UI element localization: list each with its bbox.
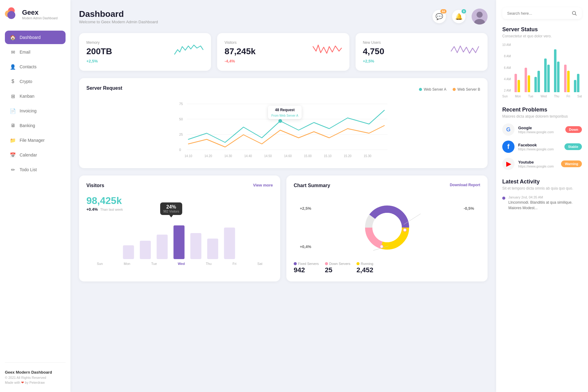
time-8am: 8 AM [502, 55, 511, 58]
footer-made: Made with ❤ by Peterdraw [5, 381, 66, 385]
facebook-info: Facebook https://www.google.com [518, 143, 561, 151]
search-box[interactable] [502, 7, 582, 19]
donut-svg [363, 203, 412, 252]
svg-text:14.40: 14.40 [244, 154, 252, 158]
server-bar-tue [534, 71, 542, 92]
server-request-chart: 75 50 25 0 14.10 14.20 14.30 14.40 [86, 100, 480, 161]
problem-item-youtube: ▶ Youtube https://www.google.com Warning [502, 158, 582, 170]
bottom-row: Visitors View more 98,425k +0.4% Than la… [79, 175, 488, 281]
svg-point-37 [380, 245, 383, 248]
visitors-change-sub: Than last week [100, 208, 123, 211]
server-bars-container [514, 43, 582, 92]
visitors-title: Visitors [86, 183, 104, 188]
email-icon: ✉ [10, 49, 16, 55]
google-name: Google [518, 126, 562, 130]
chat-icon: 💬 [435, 13, 443, 20]
svg-text:14.30: 14.30 [224, 154, 232, 158]
sidebar-item-invoicing[interactable]: 📄 Invoicing [5, 104, 66, 118]
page-title: Dashboard [79, 9, 158, 19]
svg-text:14.60: 14.60 [284, 154, 292, 158]
sidebar-item-banking[interactable]: 🖥 Banking [5, 119, 66, 132]
svg-text:15.00: 15.00 [304, 154, 311, 158]
sidebar-item-email[interactable]: ✉ Email [5, 45, 66, 59]
svg-text:0: 0 [179, 148, 181, 152]
stat-card-visitors: Visitors 87,245k -4,4% [217, 33, 349, 71]
sidebar-item-crypto[interactable]: $ Crypto [5, 75, 66, 88]
slabel-sun: Sun [502, 95, 508, 98]
stat-change-new-users: +2,5% [363, 59, 384, 63]
search-input[interactable] [507, 11, 568, 16]
stat-value-visitors: 87,245k [224, 47, 255, 56]
bar-mon-1 [525, 68, 527, 92]
view-more-link[interactable]: View more [253, 183, 273, 187]
summary-stat-running: Running 2,452 [356, 262, 373, 274]
stat-value-new-users: 4,750 [363, 47, 384, 56]
google-info: Google https://www.google.com [518, 126, 562, 134]
server-bar-mon [525, 68, 533, 92]
sidebar-item-dashboard[interactable]: 🏠 Dashboard [5, 31, 66, 44]
bell-icon: 🔔 [455, 13, 463, 20]
svg-text:14.20: 14.20 [204, 154, 212, 158]
search-area [502, 7, 582, 19]
calendar-icon: 📅 [10, 152, 16, 158]
chart-summary-header: Chart Summary Download Report [294, 183, 480, 193]
slabel-sat: Sat [577, 95, 582, 98]
bar-sat-2 [577, 74, 579, 92]
sidebar-item-file-manager[interactable]: 📁 File Manager [5, 134, 66, 147]
sidebar-footer: Geex Modern Dashboard © 2021 All Rights … [5, 362, 66, 385]
stat-card-memory: Memory 200TB +2,5% [79, 33, 211, 71]
bell-notification-button[interactable]: 🔔 9 [452, 10, 466, 23]
sidebar-item-kanban[interactable]: ⊞ Kanban [5, 89, 66, 103]
svg-rect-30 [224, 228, 235, 259]
search-icon[interactable] [571, 10, 577, 16]
legend-server-a: Web Server A [419, 87, 447, 92]
svg-text:14.50: 14.50 [264, 154, 272, 158]
legend-label-b: Web Server B [458, 87, 480, 92]
stat-change-memory: +2,5% [86, 59, 112, 63]
day-fri: Fri [232, 262, 236, 266]
server-request-title: Server Request [86, 85, 122, 91]
bar-wed-1 [544, 58, 547, 92]
sidebar: Geex Modern Admin Dashboard 🏠 Dashboard … [0, 0, 70, 392]
recent-problems-section: Recent Problems Maiores dicta atque dolo… [502, 107, 582, 170]
right-panel: Server Status Consectetur et quo dolor v… [496, 0, 588, 392]
chat-notification-button[interactable]: 💬 84 [432, 10, 446, 23]
recent-problems-sub: Maiores dicta atque dolorem temporibus [502, 114, 582, 119]
problem-item-google: G Google https://www.google.com Down [502, 123, 582, 136]
svg-text:From Web Server A: From Web Server A [271, 114, 298, 117]
google-url: https://www.google.com [518, 130, 562, 134]
slabel-mon: Mon [515, 95, 521, 98]
banking-icon: 🖥 [10, 123, 16, 129]
latest-activity-sub: Sit et temporo dicta omnis ab quia quo q… [502, 186, 582, 190]
youtube-logo: ▶ [502, 158, 514, 170]
youtube-url: https://www.google.com [518, 164, 557, 168]
download-report-link[interactable]: Download Report [450, 183, 480, 187]
user-avatar[interactable] [472, 9, 488, 24]
donut-label-top-left: +2,5% [300, 206, 311, 211]
val-running: 2,452 [356, 266, 373, 274]
svg-text:15.30: 15.30 [364, 154, 371, 158]
chart-legend: Web Server A Web Server B [419, 87, 480, 92]
sidebar-item-contacts[interactable]: 👤 Contacts [5, 60, 66, 74]
server-bar-sun [514, 74, 522, 92]
label-running: Running [361, 262, 373, 266]
chart-summary-card: Chart Summary Download Report +2,5% -0,5… [286, 175, 488, 281]
tooltip-point [278, 119, 282, 123]
time-4am: 4 AM [502, 77, 511, 81]
sidebar-item-todo[interactable]: ✏ Todo List [5, 163, 66, 176]
donut-chart-area: +2,5% -0,5% +0,4% [294, 197, 480, 258]
page-subtitle: Welcome to Geex Modern Admin Dashboard [79, 20, 158, 24]
server-bar-thu [554, 49, 562, 92]
file-manager-icon: 📁 [10, 137, 16, 143]
sidebar-item-label: Crypto [20, 79, 32, 84]
svg-text:25: 25 [179, 133, 183, 136]
visitors-bars-svg [86, 218, 273, 261]
svg-rect-25 [140, 241, 151, 259]
sidebar-item-calendar[interactable]: 📅 Calendar [5, 148, 66, 162]
day-mon: Mon [124, 262, 130, 266]
slabel-thu: Thu [554, 95, 559, 98]
server-bar-fri [564, 65, 572, 92]
bar-sun-1 [514, 74, 517, 92]
stat-label-visitors: Visitors [224, 40, 255, 45]
recent-problems-title: Recent Problems [502, 107, 582, 113]
